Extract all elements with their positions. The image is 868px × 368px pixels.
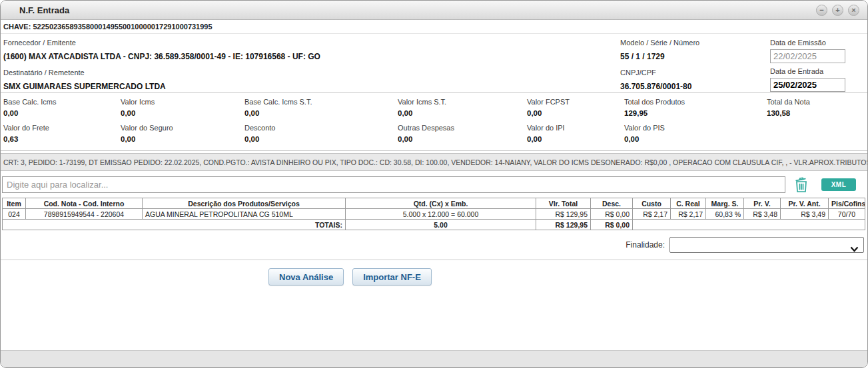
- search-input[interactable]: [2, 176, 785, 193]
- title-bar: N.F. Entrada − + ×: [1, 1, 867, 20]
- data-entrada-input[interactable]: [770, 78, 845, 92]
- destinatario-value: SMX GUIMARAES SUPERMERCADO LTDA: [3, 82, 320, 91]
- col-qtd-emb: Qtd. (Cx) x Emb.: [346, 198, 536, 209]
- minimize-icon[interactable]: −: [816, 5, 827, 16]
- tax-label: Valor do Seguro: [121, 121, 244, 133]
- cell-desc: R$ 0,00: [591, 209, 633, 220]
- col-vlr-total: Vlr. Total: [536, 198, 591, 209]
- importar-nfe-button[interactable]: Importar NF-E: [352, 268, 432, 285]
- modelo-serie-numero-label: Modelo / Série / Número: [620, 39, 699, 47]
- finalidade-label: Finalidade:: [626, 240, 665, 250]
- close-icon[interactable]: ×: [848, 5, 859, 16]
- data-emissao-input[interactable]: [770, 49, 845, 63]
- tax-value: 0,00: [624, 133, 767, 147]
- col-cod-nota-interno: Cod. Nota - Cod. Interno: [26, 198, 143, 209]
- tax-label: Valor do IPI: [527, 121, 624, 133]
- tax-label: Valor do PIS: [624, 121, 767, 133]
- tax-label: Valor FCPST: [527, 95, 624, 107]
- col-pr-v: Pr. V.: [744, 198, 781, 209]
- cell-custo: R$ 2,17: [633, 209, 671, 220]
- col-custo: Custo: [633, 198, 671, 209]
- totais-qtd: 5.00: [346, 220, 536, 230]
- table-header-row: Item Cod. Nota - Cod. Interno Descrição …: [3, 198, 865, 209]
- tax-label: Outras Despesas: [398, 121, 527, 133]
- tax-value: 0,00: [121, 133, 244, 147]
- col-descricao: Descrição dos Produtos/Serviços: [143, 198, 346, 209]
- nova-analise-button[interactable]: Nova Análise: [268, 268, 344, 285]
- totais-desconto: R$ 0,00: [591, 220, 633, 230]
- fornecedor-value: (1600) MAX ATACADISTA LTDA - CNPJ: 36.58…: [3, 52, 320, 61]
- totais-empty: [633, 220, 865, 230]
- finalidade-row: Finalidade:: [1, 230, 867, 260]
- col-item: Item: [3, 198, 26, 209]
- window-footer: [1, 350, 867, 367]
- tax-value: 0,63: [3, 133, 121, 147]
- cell-qtd: 5.000 x 12.000 = 60.000: [346, 209, 536, 220]
- col-pr-v-ant: Pr. V. Ant.: [781, 198, 829, 209]
- cell-pis-cofins: 70/70: [829, 209, 865, 220]
- col-desc: Desc.: [591, 198, 633, 209]
- parties-section: Fornecedor / Emitente (1600) MAX ATACADI…: [1, 34, 867, 92]
- fornecedor-label: Fornecedor / Emitente: [3, 39, 320, 47]
- tax-value: 0,00: [244, 133, 398, 147]
- cell-c-real: R$ 2,17: [671, 209, 706, 220]
- tax-label: Valor do Frete: [3, 121, 121, 133]
- items-table: Item Cod. Nota - Cod. Interno Descrição …: [2, 198, 865, 230]
- maximize-icon[interactable]: +: [832, 5, 843, 16]
- totais-label: TOTAIS:: [3, 220, 346, 230]
- cell-pr-v: R$ 3,48: [744, 209, 781, 220]
- totais-vlr-total: R$ 129,95: [536, 220, 591, 230]
- xml-button[interactable]: XML: [821, 178, 856, 191]
- cell-pr-v-ant: R$ 3,49: [781, 209, 829, 220]
- parties-left-column: Fornecedor / Emitente (1600) MAX ATACADI…: [3, 39, 320, 98]
- tax-value: [767, 133, 867, 147]
- parties-right-column: Data de Emissão Data de Entrada: [770, 39, 860, 96]
- data-entrada-label: Data de Entrada: [770, 67, 860, 75]
- window-controls: − + ×: [816, 5, 859, 16]
- tax-value: 0,00: [398, 133, 527, 147]
- order-info-bar: CRT: 3, PEDIDO: 1-73199, DT EMISSAO PEDI…: [1, 153, 867, 171]
- tax-value: 0,00: [121, 107, 244, 121]
- destinatario-label: Destinatário / Remetente: [3, 69, 320, 77]
- actions-row: Nova Análise Importar NF-E: [1, 260, 867, 285]
- col-c-real: C. Real: [671, 198, 706, 209]
- table-row[interactable]: 024 7898915949544 - 220604 AGUA MINERAL …: [3, 209, 865, 220]
- tax-value: 0,00: [398, 107, 527, 121]
- tax-value: 130,58: [767, 107, 867, 121]
- trash-icon[interactable]: [794, 177, 809, 193]
- modelo-serie-numero-value: 55 / 1 / 1729: [620, 52, 699, 61]
- nota-totals-grid: Base Calc. Icms Valor Icms Base Calc. Ic…: [1, 92, 867, 151]
- nf-entrada-window: N.F. Entrada − + × CHAVE: 52250236589358…: [0, 0, 868, 368]
- col-marg-s: Marg. S.: [706, 198, 744, 209]
- tax-label: Total da Nota: [767, 95, 867, 107]
- tax-label: Desconto: [244, 121, 398, 133]
- cell-marg: 60,83 %: [706, 209, 744, 220]
- cnpj-cpf-label: CNPJ/CPF: [620, 69, 699, 77]
- tax-value: 0,00: [527, 107, 624, 121]
- cell-descricao: AGUA MINERAL PETROPOLITANA CG 510ML: [143, 209, 346, 220]
- col-pis-cofins: Pis/Cofins: [829, 198, 865, 209]
- parties-mid-column: Modelo / Série / Número 55 / 1 / 1729 CN…: [620, 39, 699, 98]
- cell-cod: 7898915949544 - 220604: [26, 209, 143, 220]
- data-emissao-label: Data de Emissão: [770, 39, 860, 47]
- tax-value: 0,00: [3, 107, 121, 121]
- search-row: XML: [1, 171, 867, 196]
- cnpj-cpf-value: 36.705.876/0001-80: [620, 82, 699, 91]
- tax-value: 0,00: [527, 133, 624, 147]
- chave-line: CHAVE: 522502365893580001495500100000172…: [1, 20, 867, 34]
- tax-label: [767, 121, 867, 133]
- tax-label: Valor Icms S.T.: [398, 95, 527, 107]
- window-title: N.F. Entrada: [19, 5, 69, 15]
- cell-vlr-total: R$ 129,95: [536, 209, 591, 220]
- totals-row: TOTAIS: 5.00 R$ 129,95 R$ 0,00: [3, 220, 865, 230]
- finalidade-select[interactable]: [669, 237, 864, 253]
- tax-value: 129,95: [624, 107, 767, 121]
- tax-value: 0,00: [244, 107, 398, 121]
- cell-item: 024: [3, 209, 26, 220]
